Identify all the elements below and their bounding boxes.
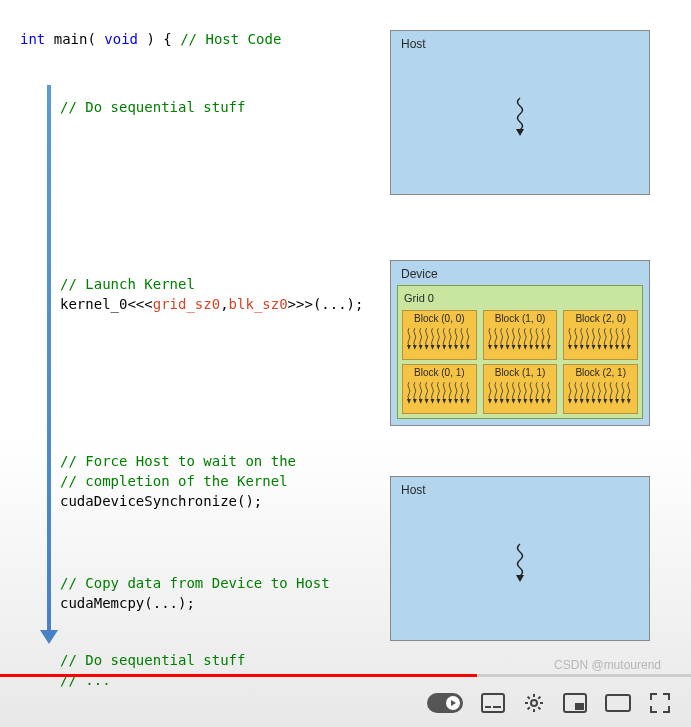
- memcpy-call: cudaMemcpy(...);: [20, 594, 370, 614]
- watermark: CSDN @mutourend: [554, 658, 661, 672]
- video-progress-fill: [0, 674, 477, 677]
- host-label: Host: [401, 483, 639, 497]
- comment-launch-kernel: // Launch Kernel: [20, 275, 370, 295]
- block-1-1: Block (1, 1): [483, 364, 558, 414]
- svg-point-5: [531, 700, 537, 706]
- threads-icon: [486, 380, 555, 408]
- grid-label: Grid 0: [402, 290, 638, 306]
- kernel-launch-call: kernel_0<<<grid_sz0,blk_sz0>>>(...);: [20, 295, 370, 315]
- grid-box: Grid 0 Block (0, 0) Block (1, 0) Block (…: [397, 285, 643, 419]
- block-2-0: Block (2, 0): [563, 310, 638, 360]
- theater-mode-icon[interactable]: [605, 694, 631, 712]
- comment-sequential-2: // Do sequential stuff: [20, 651, 370, 671]
- video-progress-bar[interactable]: [0, 674, 691, 677]
- comment-force-wait-2: // completion of the Kernel: [20, 472, 370, 492]
- fullscreen-icon[interactable]: [649, 692, 671, 714]
- block-label: Block (1, 1): [486, 367, 555, 378]
- block-row: Block (0, 0) Block (1, 0) Block (2, 0): [402, 310, 638, 360]
- host-box-2: Host: [390, 476, 650, 641]
- code-column: int main( void ) { // Host Code // Do se…: [20, 30, 370, 727]
- block-label: Block (0, 1): [405, 367, 474, 378]
- block-2-1: Block (2, 1): [563, 364, 638, 414]
- svg-rect-8: [606, 695, 630, 711]
- sync-call: cudaDeviceSynchronize();: [20, 492, 370, 512]
- block-label: Block (2, 1): [566, 367, 635, 378]
- diagram-column: Host Device Grid 0 Block (0, 0) Block (1…: [390, 30, 671, 727]
- device-label: Device: [397, 267, 643, 285]
- settings-icon[interactable]: [523, 692, 545, 714]
- comment-force-wait-1: // Force Host to wait on the: [20, 452, 370, 472]
- comment-copy-data: // Copy data from Device to Host: [20, 574, 370, 594]
- threads-icon: [566, 326, 635, 354]
- video-controls: [0, 679, 691, 727]
- threads-icon: [405, 380, 474, 408]
- threads-icon: [566, 380, 635, 408]
- captions-icon[interactable]: [481, 693, 505, 713]
- svg-rect-7: [575, 703, 584, 710]
- autoplay-toggle-icon[interactable]: [427, 693, 463, 713]
- thread-squiggle-icon: [513, 96, 527, 140]
- threads-icon: [486, 326, 555, 354]
- host-box-1: Host: [390, 30, 650, 195]
- block-row: Block (0, 1) Block (1, 1) Block (2, 1): [402, 364, 638, 414]
- miniplayer-icon[interactable]: [563, 693, 587, 713]
- block-1-0: Block (1, 0): [483, 310, 558, 360]
- svg-rect-2: [482, 694, 504, 712]
- block-label: Block (2, 0): [566, 313, 635, 324]
- svg-rect-4: [493, 706, 501, 708]
- block-0-0: Block (0, 0): [402, 310, 477, 360]
- comment-sequential-1: // Do sequential stuff: [20, 98, 370, 118]
- block-label: Block (1, 0): [486, 313, 555, 324]
- code-line-main: int main( void ) { // Host Code: [20, 30, 370, 50]
- block-0-1: Block (0, 1): [402, 364, 477, 414]
- thread-squiggle-icon: [513, 542, 527, 586]
- svg-rect-3: [485, 706, 491, 708]
- host-label: Host: [401, 37, 639, 51]
- threads-icon: [405, 326, 474, 354]
- device-box: Device Grid 0 Block (0, 0) Block (1, 0) …: [390, 260, 650, 426]
- block-label: Block (0, 0): [405, 313, 474, 324]
- execution-arrow: [45, 85, 53, 640]
